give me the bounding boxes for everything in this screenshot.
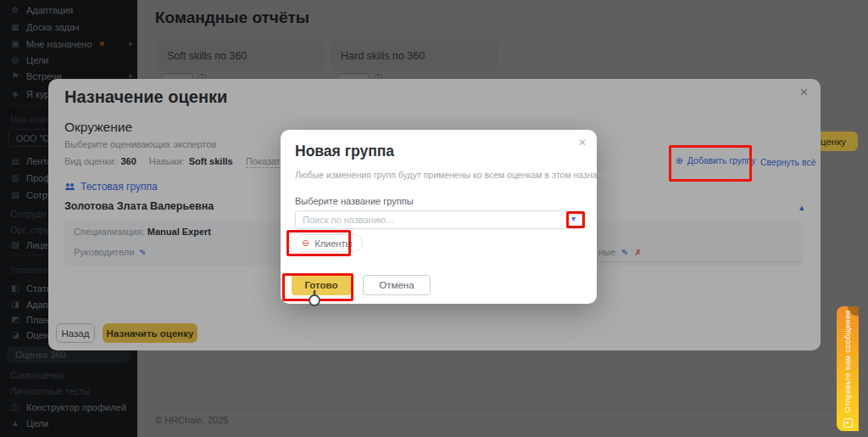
- screen: ⚙ Адаптация ▦ Доска задач ▣ Мне назначен…: [0, 0, 868, 437]
- group-name-label: Выберите название группы: [295, 196, 414, 206]
- click-cursor-icon: [307, 289, 322, 307]
- message-icon: ▸: [843, 418, 853, 428]
- annotation-box-add-group: [669, 145, 752, 182]
- close-icon[interactable]: ✕: [578, 137, 587, 148]
- group-search-input[interactable]: [295, 210, 582, 229]
- new-group-title: Новая группа: [295, 143, 394, 160]
- feedback-tab-label: Отправьте нам сообщение: [843, 310, 852, 412]
- cancel-button[interactable]: Отмена: [363, 275, 431, 295]
- annotation-box-clients-chip: [287, 230, 351, 256]
- new-group-subtitle: Любые изменения групп будут применены ко…: [295, 170, 621, 180]
- feedback-tab[interactable]: Отправьте нам сообщение ▸: [837, 306, 859, 431]
- annotation-box-dropdown-chevron: [566, 211, 585, 228]
